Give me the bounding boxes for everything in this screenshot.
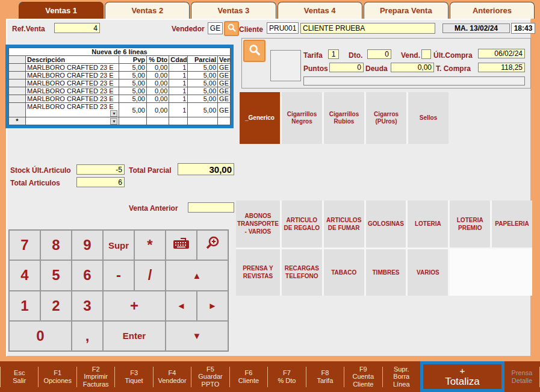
- keypad-supr[interactable]: Supr: [103, 230, 134, 260]
- dto-field[interactable]: 0: [367, 49, 391, 59]
- date-display: MA. 13/02/24: [442, 23, 510, 33]
- numeric-keypad: 7 8 9 Supr * 4 5 6 - / ▲ 1 2 3: [8, 229, 229, 352]
- zoom-icon: [205, 235, 220, 255]
- keypad-enter[interactable]: Enter: [103, 321, 166, 351]
- table-row[interactable]: MARLBORO CRAFTED 23 E5,000,0015,00GE: [9, 64, 231, 72]
- table-row[interactable]: MARLBORO CRAFTED 23 E5,000,0015,00GE: [9, 79, 231, 87]
- keyboard-icon: [172, 237, 190, 254]
- tab-anteriores[interactable]: Anteriores: [450, 2, 535, 19]
- keypad-comma[interactable]: ,: [72, 321, 103, 351]
- keypad-zoom-button[interactable]: [197, 230, 228, 260]
- fn-supr-borra-linea-button[interactable]: Supr.BorraLínea: [383, 361, 420, 392]
- keypad-3[interactable]: 3: [72, 291, 103, 321]
- keypad-arrow-down[interactable]: ▼: [166, 321, 228, 351]
- category-prensa-revistas-button[interactable]: PRENSA Y REVISTAS: [236, 249, 280, 296]
- family-generico-button[interactable]: _Generico: [240, 92, 280, 144]
- category-golosinas-button[interactable]: GOLOSINAS: [366, 201, 406, 247]
- keypad-5[interactable]: 5: [40, 260, 72, 290]
- keypad-8[interactable]: 8: [40, 230, 72, 260]
- category-timbres-button[interactable]: TIMBRES: [366, 249, 406, 296]
- keypad-1[interactable]: 1: [9, 291, 40, 321]
- keypad-4[interactable]: 4: [9, 260, 40, 290]
- table-row[interactable]: MARLBORO CRAFTED 23 E5,000,0015,00GE: [9, 95, 231, 103]
- tab-ventas-2[interactable]: Ventas 2: [105, 2, 190, 19]
- keypad-arrow-up[interactable]: ▲: [166, 260, 228, 290]
- vendedor-search-button[interactable]: [224, 21, 239, 36]
- fn-f7-dto-button[interactable]: F7% Dto: [268, 361, 305, 392]
- category-loteria-button[interactable]: LOTERIA: [408, 201, 448, 247]
- puntos-label: Puntos: [303, 64, 328, 73]
- keypad-0[interactable]: 0: [9, 321, 72, 351]
- table-new-row[interactable]: * ▼: [9, 117, 231, 125]
- fn-f2-imprimir-facturas-button[interactable]: F2ImprimirFacturas: [77, 361, 114, 392]
- total-parcial-field: 30,00: [178, 163, 234, 175]
- client-extra-field: [303, 76, 525, 86]
- keypad-6[interactable]: 6: [72, 260, 103, 290]
- family-cigarros-puros-button[interactable]: Cigarros (PUros): [366, 92, 406, 144]
- vendedor-field[interactable]: GE: [208, 22, 223, 34]
- keypad-minus[interactable]: -: [103, 260, 134, 290]
- category-empty-area: [450, 249, 532, 296]
- chevron-down-icon[interactable]: ▼: [110, 118, 117, 125]
- category-loteria-premio-button[interactable]: LOTERIA PREMIO: [450, 201, 490, 247]
- fn-f6-cliente-button[interactable]: F6Cliente: [230, 361, 267, 392]
- fn-esc-salir-button[interactable]: EscSalir: [1, 361, 38, 392]
- cliente-name-field[interactable]: CLIENTE PRUEBA: [300, 23, 435, 34]
- ref-venta-field[interactable]: 4: [54, 23, 100, 33]
- vend-field[interactable]: [421, 49, 431, 59]
- table-row[interactable]: MARLBORO CRAFTED 23 E5,000,0015,00GE: [9, 72, 231, 79]
- keypad-arrow-right[interactable]: ►: [197, 291, 228, 321]
- keypad-7[interactable]: 7: [9, 230, 40, 260]
- fn-f4-vendedor-button[interactable]: F4Vendedor: [154, 361, 191, 392]
- stock-ult-articulo-field: -5: [76, 164, 125, 175]
- new-record-marker: *: [9, 117, 26, 125]
- fn-f5-guardar-ppto-button[interactable]: F5GuardarPPTO: [191, 361, 229, 392]
- cliente-code-field[interactable]: PRU001: [267, 22, 299, 34]
- fn-totaliza-button[interactable]: +Totaliza: [420, 361, 504, 392]
- cliente-label: Cliente: [239, 25, 263, 34]
- category-articulo-regalo-button[interactable]: ARTICULO DE REGALO: [282, 201, 322, 247]
- keypad-9[interactable]: 9: [72, 230, 103, 260]
- total-articulos-label: Total Articulos: [10, 179, 60, 187]
- tab-ventas-1[interactable]: Ventas 1: [19, 2, 104, 19]
- search-icon: [227, 23, 237, 34]
- cliente-search-button[interactable]: [243, 40, 265, 62]
- sale-lines-table[interactable]: Nueva de 6 líneas Descripción Pvp % Dto …: [8, 48, 231, 125]
- keypad-slash[interactable]: /: [134, 260, 166, 290]
- table-row[interactable]: MARLBORO CRAFTED 23 E▼ 5,000,0015,00GE: [9, 103, 231, 117]
- venta-anterior-field: [188, 202, 234, 213]
- venta-anterior-label: Venta Anterior: [129, 204, 178, 213]
- client-photo-placeholder: [270, 50, 301, 81]
- category-papeleria-button[interactable]: PAPELERIA: [492, 201, 532, 247]
- sale-grid-highlight: Nueva de 6 líneas Descripción Pvp % Dto …: [5, 45, 234, 128]
- keypad-keyboard-button[interactable]: [166, 230, 197, 260]
- fn-f9-cuenta-cliente-button[interactable]: F9CuentaCliente: [344, 361, 382, 392]
- category-articulos-fumar-button[interactable]: ARTICULOS DE FUMAR: [324, 201, 364, 247]
- tab-ventas-3[interactable]: Ventas 3: [191, 2, 276, 19]
- category-recargas-telefono-button[interactable]: RECARGAS TELEFONO: [282, 249, 322, 296]
- family-cigarrillos-rubios-button[interactable]: Cigarrillos Rubios: [324, 92, 364, 144]
- family-sellos-button[interactable]: Sellos: [408, 92, 448, 144]
- sale-grid-title: Nueva de 6 líneas: [9, 48, 231, 56]
- category-varios-button[interactable]: VARIOS: [408, 249, 448, 296]
- keypad-plus[interactable]: +: [103, 291, 166, 321]
- keypad-arrow-left[interactable]: ◄: [166, 291, 197, 321]
- keypad-asterisk[interactable]: *: [134, 230, 166, 260]
- category-abonos-transporte-button[interactable]: ABONOS TRANSPORTE - VARIOS: [236, 201, 280, 247]
- vendedor-label: Vendedor: [172, 25, 205, 33]
- total-articulos-field: 6: [76, 177, 125, 187]
- fn-f8-tarifa-button[interactable]: F8Tarifa: [306, 361, 344, 392]
- family-cigarrillos-negros-button[interactable]: Cigarrillos Negros: [282, 92, 322, 144]
- tarifa-field[interactable]: 1: [328, 49, 339, 59]
- fn-f1-opciones-button[interactable]: F1Opciones: [39, 361, 76, 392]
- time-display: 18:43: [511, 23, 535, 34]
- tab-prepara-venta[interactable]: Prepara Venta: [364, 2, 448, 19]
- keypad-2[interactable]: 2: [40, 291, 72, 321]
- chevron-down-icon[interactable]: ▼: [110, 110, 117, 117]
- search-icon: [248, 43, 261, 58]
- category-tabaco-button[interactable]: TABACO: [324, 249, 364, 296]
- table-row[interactable]: MARLBORO CRAFTED 23 E5,000,0015,00GE: [9, 87, 231, 95]
- puntos-field[interactable]: 0: [329, 63, 364, 72]
- tab-ventas-4[interactable]: Ventas 4: [278, 2, 362, 19]
- fn-f3-tiquet-button[interactable]: F3Tiquet: [115, 361, 152, 392]
